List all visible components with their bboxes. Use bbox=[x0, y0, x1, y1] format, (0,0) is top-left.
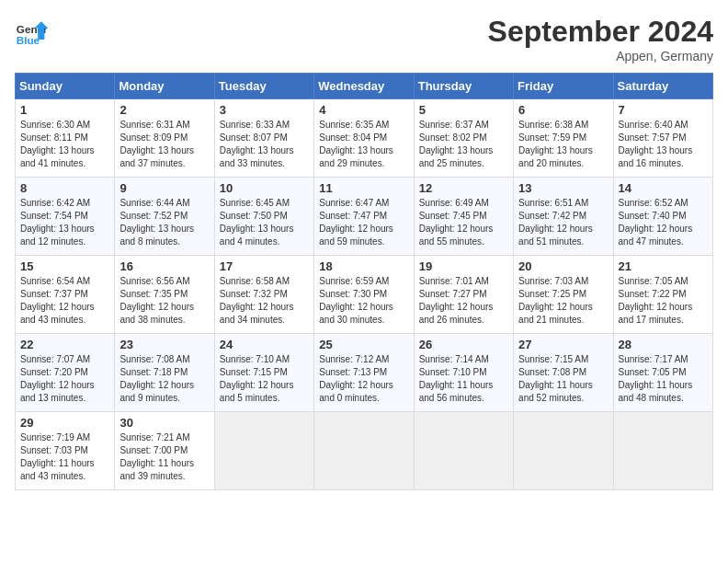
calendar-cell: 21 Sunrise: 7:05 AM Sunset: 7:22 PM Dayl… bbox=[613, 256, 712, 334]
weekday-header: Thursday bbox=[414, 74, 513, 99]
calendar-table: SundayMondayTuesdayWednesdayThursdayFrid… bbox=[15, 73, 713, 490]
day-number: 10 bbox=[220, 181, 309, 195]
calendar-cell bbox=[514, 412, 613, 490]
day-number: 2 bbox=[119, 103, 209, 117]
day-number: 25 bbox=[319, 338, 408, 351]
day-info: Sunrise: 6:51 AM Sunset: 7:42 PM Dayligh… bbox=[518, 198, 593, 247]
calendar-cell: 26 Sunrise: 7:14 AM Sunset: 7:10 PM Dayl… bbox=[414, 334, 513, 412]
day-info: Sunrise: 7:17 AM Sunset: 7:05 PM Dayligh… bbox=[619, 354, 693, 403]
day-info: Sunrise: 7:03 AM Sunset: 7:25 PM Dayligh… bbox=[518, 276, 593, 325]
weekday-header: Monday bbox=[115, 74, 214, 99]
day-info: Sunrise: 6:49 AM Sunset: 7:45 PM Dayligh… bbox=[419, 198, 494, 247]
page-header: General Blue September 2024 Appen, Germa… bbox=[15, 15, 713, 63]
calendar-week-row: 1 Sunrise: 6:30 AM Sunset: 8:11 PM Dayli… bbox=[16, 99, 713, 178]
day-info: Sunrise: 7:14 AM Sunset: 7:10 PM Dayligh… bbox=[419, 354, 494, 403]
day-number: 18 bbox=[319, 259, 408, 273]
weekday-header: Sunday bbox=[16, 74, 115, 99]
calendar-week-row: 15 Sunrise: 6:54 AM Sunset: 7:37 PM Dayl… bbox=[16, 256, 713, 334]
day-info: Sunrise: 6:31 AM Sunset: 8:09 PM Dayligh… bbox=[119, 120, 194, 168]
calendar-cell: 17 Sunrise: 6:58 AM Sunset: 7:32 PM Dayl… bbox=[214, 256, 313, 334]
calendar-cell: 30 Sunrise: 7:21 AM Sunset: 7:00 PM Dayl… bbox=[115, 412, 214, 490]
calendar-cell: 6 Sunrise: 6:38 AM Sunset: 7:59 PM Dayli… bbox=[514, 99, 613, 178]
logo: General Blue bbox=[15, 15, 48, 48]
day-info: Sunrise: 7:21 AM Sunset: 7:00 PM Dayligh… bbox=[119, 432, 194, 481]
day-number: 19 bbox=[419, 259, 508, 273]
day-number: 7 bbox=[619, 103, 708, 117]
calendar-week-row: 22 Sunrise: 7:07 AM Sunset: 7:20 PM Dayl… bbox=[16, 334, 713, 412]
title-block: September 2024 Appen, Germany bbox=[488, 15, 713, 63]
day-number: 3 bbox=[220, 103, 309, 117]
day-number: 9 bbox=[119, 181, 209, 195]
day-number: 1 bbox=[20, 103, 109, 117]
day-info: Sunrise: 6:56 AM Sunset: 7:35 PM Dayligh… bbox=[119, 276, 194, 325]
calendar-cell: 2 Sunrise: 6:31 AM Sunset: 8:09 PM Dayli… bbox=[115, 99, 214, 178]
day-info: Sunrise: 6:47 AM Sunset: 7:47 PM Dayligh… bbox=[319, 198, 393, 247]
calendar-cell: 27 Sunrise: 7:15 AM Sunset: 7:08 PM Dayl… bbox=[514, 334, 613, 412]
calendar-cell: 5 Sunrise: 6:37 AM Sunset: 8:02 PM Dayli… bbox=[414, 99, 513, 178]
day-number: 20 bbox=[518, 259, 608, 273]
day-number: 23 bbox=[119, 338, 209, 351]
weekday-header: Wednesday bbox=[314, 74, 414, 99]
day-number: 29 bbox=[20, 416, 109, 430]
calendar-cell: 7 Sunrise: 6:40 AM Sunset: 7:57 PM Dayli… bbox=[613, 99, 712, 178]
day-info: Sunrise: 7:12 AM Sunset: 7:13 PM Dayligh… bbox=[319, 354, 393, 403]
day-info: Sunrise: 6:42 AM Sunset: 7:54 PM Dayligh… bbox=[20, 198, 95, 247]
day-number: 4 bbox=[319, 103, 408, 117]
calendar-cell: 29 Sunrise: 7:19 AM Sunset: 7:03 PM Dayl… bbox=[16, 412, 115, 490]
day-info: Sunrise: 6:35 AM Sunset: 8:04 PM Dayligh… bbox=[319, 120, 393, 168]
location: Appen, Germany bbox=[488, 49, 713, 63]
calendar-cell: 14 Sunrise: 6:52 AM Sunset: 7:40 PM Dayl… bbox=[613, 178, 712, 256]
calendar-cell: 3 Sunrise: 6:33 AM Sunset: 8:07 PM Dayli… bbox=[214, 99, 313, 178]
calendar-week-row: 8 Sunrise: 6:42 AM Sunset: 7:54 PM Dayli… bbox=[16, 178, 713, 256]
day-info: Sunrise: 7:08 AM Sunset: 7:18 PM Dayligh… bbox=[119, 354, 194, 403]
weekday-header: Friday bbox=[514, 74, 613, 99]
day-number: 24 bbox=[220, 338, 309, 351]
calendar-cell: 13 Sunrise: 6:51 AM Sunset: 7:42 PM Dayl… bbox=[514, 178, 613, 256]
calendar-cell: 28 Sunrise: 7:17 AM Sunset: 7:05 PM Dayl… bbox=[613, 334, 712, 412]
day-number: 28 bbox=[619, 338, 708, 351]
day-number: 12 bbox=[419, 181, 508, 195]
day-number: 14 bbox=[619, 181, 708, 195]
calendar-cell: 10 Sunrise: 6:45 AM Sunset: 7:50 PM Dayl… bbox=[214, 178, 313, 256]
day-info: Sunrise: 7:07 AM Sunset: 7:20 PM Dayligh… bbox=[20, 354, 95, 403]
calendar-cell: 4 Sunrise: 6:35 AM Sunset: 8:04 PM Dayli… bbox=[314, 99, 414, 178]
day-number: 13 bbox=[518, 181, 608, 195]
day-number: 6 bbox=[518, 103, 608, 117]
calendar-week-row: 29 Sunrise: 7:19 AM Sunset: 7:03 PM Dayl… bbox=[16, 412, 713, 490]
day-number: 16 bbox=[119, 259, 209, 273]
day-number: 30 bbox=[119, 416, 209, 430]
calendar-cell: 16 Sunrise: 6:56 AM Sunset: 7:35 PM Dayl… bbox=[115, 256, 214, 334]
weekday-header: Saturday bbox=[613, 74, 712, 99]
day-info: Sunrise: 6:30 AM Sunset: 8:11 PM Dayligh… bbox=[20, 120, 95, 168]
calendar-cell: 19 Sunrise: 7:01 AM Sunset: 7:27 PM Dayl… bbox=[414, 256, 513, 334]
day-info: Sunrise: 6:54 AM Sunset: 7:37 PM Dayligh… bbox=[20, 276, 95, 325]
day-info: Sunrise: 6:59 AM Sunset: 7:30 PM Dayligh… bbox=[319, 276, 393, 325]
day-number: 11 bbox=[319, 181, 408, 195]
calendar-cell: 22 Sunrise: 7:07 AM Sunset: 7:20 PM Dayl… bbox=[16, 334, 115, 412]
weekday-header-row: SundayMondayTuesdayWednesdayThursdayFrid… bbox=[16, 74, 713, 99]
calendar-cell: 8 Sunrise: 6:42 AM Sunset: 7:54 PM Dayli… bbox=[16, 178, 115, 256]
day-number: 17 bbox=[220, 259, 309, 273]
calendar-cell bbox=[214, 412, 313, 490]
calendar-cell: 1 Sunrise: 6:30 AM Sunset: 8:11 PM Dayli… bbox=[16, 99, 115, 178]
calendar-cell: 11 Sunrise: 6:47 AM Sunset: 7:47 PM Dayl… bbox=[314, 178, 414, 256]
day-number: 5 bbox=[419, 103, 508, 117]
day-number: 27 bbox=[518, 338, 608, 351]
day-number: 26 bbox=[419, 338, 508, 351]
weekday-header: Tuesday bbox=[214, 74, 313, 99]
day-number: 15 bbox=[20, 259, 109, 273]
calendar-cell: 18 Sunrise: 6:59 AM Sunset: 7:30 PM Dayl… bbox=[314, 256, 414, 334]
logo-icon: General Blue bbox=[15, 15, 48, 48]
calendar-cell bbox=[314, 412, 414, 490]
day-info: Sunrise: 6:37 AM Sunset: 8:02 PM Dayligh… bbox=[419, 120, 494, 168]
day-number: 8 bbox=[20, 181, 109, 195]
day-info: Sunrise: 7:19 AM Sunset: 7:03 PM Dayligh… bbox=[20, 432, 95, 481]
calendar-cell: 24 Sunrise: 7:10 AM Sunset: 7:15 PM Dayl… bbox=[214, 334, 313, 412]
calendar-cell: 25 Sunrise: 7:12 AM Sunset: 7:13 PM Dayl… bbox=[314, 334, 414, 412]
calendar-cell: 20 Sunrise: 7:03 AM Sunset: 7:25 PM Dayl… bbox=[514, 256, 613, 334]
svg-text:Blue: Blue bbox=[17, 34, 40, 46]
calendar-cell: 23 Sunrise: 7:08 AM Sunset: 7:18 PM Dayl… bbox=[115, 334, 214, 412]
calendar-cell: 9 Sunrise: 6:44 AM Sunset: 7:52 PM Dayli… bbox=[115, 178, 214, 256]
day-info: Sunrise: 6:58 AM Sunset: 7:32 PM Dayligh… bbox=[220, 276, 294, 325]
calendar-cell bbox=[613, 412, 712, 490]
